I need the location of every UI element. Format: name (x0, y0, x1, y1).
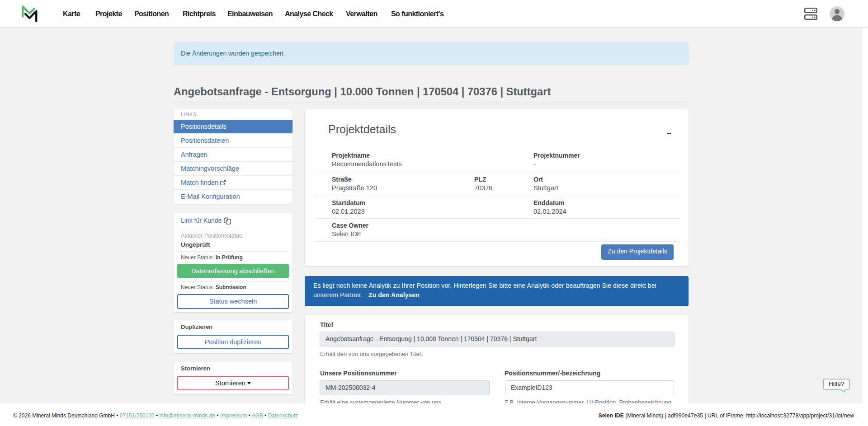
svg-text:Hilfe?: Hilfe? (829, 380, 844, 387)
